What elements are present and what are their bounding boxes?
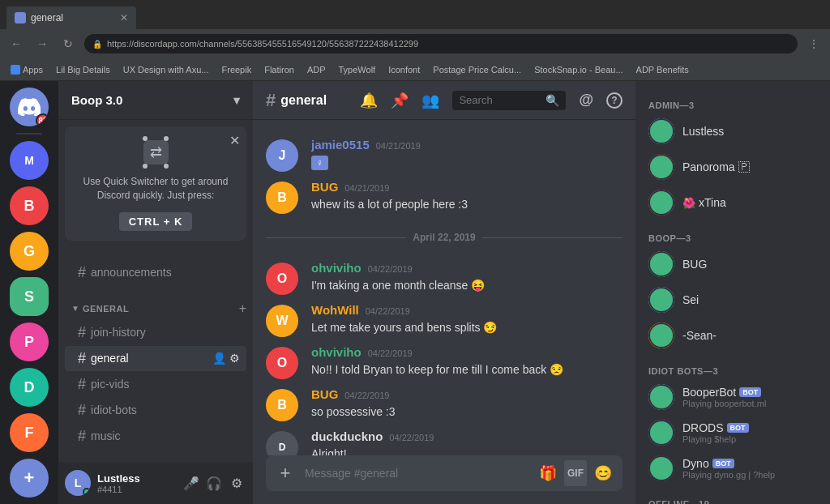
server-icon-3[interactable]: G bbox=[10, 232, 49, 271]
bookmark-adp-benefits[interactable]: ADP Benefits bbox=[632, 63, 693, 76]
add-file-button[interactable]: + bbox=[272, 460, 298, 486]
message-avatar: O bbox=[266, 263, 298, 295]
channel-item-join-history[interactable]: # join-history bbox=[65, 320, 246, 345]
bookmark-ux[interactable]: UX Design with Axu... bbox=[119, 63, 213, 76]
reload-button[interactable]: ↻ bbox=[58, 34, 78, 53]
mute-button[interactable]: 🎤 bbox=[182, 473, 201, 493]
server-header[interactable]: Boop 3.0 ▾ bbox=[58, 81, 253, 120]
server-icon-4[interactable]: S bbox=[10, 277, 49, 316]
section-collapse-icon: ▼ bbox=[71, 304, 79, 313]
message-content: duckduckno 04/22/2019 Alright! bbox=[311, 429, 622, 455]
pin-icon[interactable]: 📌 bbox=[391, 92, 409, 109]
channel-item-general[interactable]: # general 👤 ⚙ bbox=[65, 346, 246, 371]
add-member-icon[interactable]: 👤 bbox=[212, 352, 226, 365]
gift-icon[interactable]: 🎁 bbox=[535, 460, 561, 486]
member-item-dyno[interactable]: D Dyno BOT Playing dyno.gg | ?help bbox=[642, 451, 824, 486]
bookmark-lbd[interactable]: Lil Big Details bbox=[52, 63, 114, 76]
server-icon-5[interactable]: P bbox=[10, 322, 49, 361]
bookmark-postage[interactable]: Postage Price Calcu... bbox=[429, 63, 525, 76]
message-author[interactable]: ohviviho bbox=[311, 345, 362, 359]
server-icon-8[interactable]: + bbox=[10, 459, 49, 498]
status-indicator bbox=[648, 455, 674, 481]
message-text: ♀ bbox=[311, 155, 622, 171]
message-author[interactable]: ohviviho bbox=[311, 261, 362, 275]
bookmark-flatiron[interactable]: Flatiron bbox=[260, 63, 298, 76]
message-group: O ohviviho 04/22/2019 No!! I told Bryan … bbox=[253, 342, 635, 382]
message-author[interactable]: WohWill bbox=[311, 303, 359, 317]
message-author[interactable]: jamie0515 bbox=[311, 138, 370, 152]
arrows-box: ⇄ bbox=[143, 140, 169, 164]
channel-item-pic-vids[interactable]: # pic-vids bbox=[65, 372, 246, 397]
message-author[interactable]: duckduckno bbox=[311, 429, 383, 443]
members-icon[interactable]: 👥 bbox=[421, 92, 439, 109]
server-icon-2[interactable]: B bbox=[10, 186, 49, 225]
section-name-label: GENERAL bbox=[83, 304, 239, 314]
gif-icon[interactable]: GIF bbox=[564, 460, 587, 486]
member-avatar: D bbox=[648, 455, 674, 481]
message-input[interactable] bbox=[305, 458, 528, 489]
message-header: ohviviho 04/22/2019 bbox=[311, 345, 622, 359]
back-button[interactable]: ← bbox=[6, 34, 26, 53]
bell-icon[interactable]: 🔔 bbox=[360, 92, 378, 109]
channel-item-music[interactable]: # music bbox=[65, 424, 246, 449]
bookmark-apps[interactable]: Apps bbox=[6, 63, 47, 76]
emoji-button[interactable]: 😊 bbox=[590, 460, 616, 486]
settings-icon[interactable]: ⚙ bbox=[229, 352, 240, 365]
quick-switcher-close-button[interactable]: ✕ bbox=[229, 133, 240, 148]
url-bar[interactable]: 🔒 https://discordapp.com/channels/556385… bbox=[84, 34, 798, 53]
member-item-sean[interactable]: S -Sean- bbox=[642, 318, 824, 353]
bookmark-label: ADP Benefits bbox=[636, 65, 689, 75]
message-input-box: + 🎁 GIF 😊 bbox=[266, 455, 622, 491]
channel-section-header-general[interactable]: ▼ GENERAL + bbox=[58, 298, 253, 319]
bookmark-stocksnap[interactable]: StockSnap.io - Beau... bbox=[530, 63, 627, 76]
message-timestamp: 04/22/2019 bbox=[389, 433, 434, 442]
active-tab[interactable]: general ✕ bbox=[6, 6, 136, 29]
search-bar[interactable]: 🔍 bbox=[452, 91, 566, 110]
member-item-sei[interactable]: S Sei bbox=[642, 282, 824, 318]
chat-hash-icon: # bbox=[266, 90, 276, 111]
channel-add-button[interactable]: + bbox=[239, 301, 246, 316]
bookmark-label: Postage Price Calcu... bbox=[433, 65, 521, 75]
bookmark-adp[interactable]: ADP bbox=[303, 63, 330, 76]
channel-hash-icon: # bbox=[78, 264, 86, 281]
settings-button[interactable]: ⚙ bbox=[227, 473, 246, 493]
message-author[interactable]: BUG bbox=[311, 387, 338, 401]
member-item-booperbot[interactable]: B BooperBot BOT Playing booperbot.ml bbox=[642, 379, 824, 415]
member-item-xtina[interactable]: x 🌺 xTina bbox=[642, 185, 824, 220]
deafen-button[interactable]: 🎧 bbox=[204, 473, 224, 493]
user-controls: 🎤 🎧 ⚙ bbox=[182, 473, 246, 493]
member-item-bug[interactable]: B BUG bbox=[642, 246, 824, 282]
message-text: whew its a lot of people here :3 bbox=[311, 197, 622, 213]
message-avatar: B bbox=[266, 182, 298, 214]
bookmark-label: Lil Big Details bbox=[56, 65, 110, 75]
channel-item-idiot-bots[interactable]: # idiot-bots bbox=[65, 398, 246, 423]
bookmarks-bar: Apps Lil Big Details UX Design with Axu.… bbox=[0, 58, 830, 81]
message-author[interactable]: BUG bbox=[311, 180, 338, 194]
message-text: Let me take yours and bens splits 😏 bbox=[311, 320, 622, 336]
bookmark-freepik[interactable]: Freepik bbox=[218, 63, 256, 76]
member-avatar: L bbox=[648, 118, 674, 144]
tab-favicon bbox=[15, 12, 26, 23]
message-content: WohWill 04/22/2019 Let me take yours and… bbox=[311, 303, 622, 337]
at-icon[interactable]: @ bbox=[579, 92, 593, 109]
member-item-drods[interactable]: D DRODS BOT Playing $help bbox=[642, 415, 824, 451]
server-icon-1[interactable]: M bbox=[10, 141, 49, 180]
member-item-lustless[interactable]: L Lustless bbox=[642, 113, 824, 149]
extensions-button[interactable]: ⋮ bbox=[804, 34, 824, 53]
member-item-panoroma[interactable]: P Panoroma 🇵 bbox=[642, 149, 824, 185]
member-avatar: S bbox=[648, 322, 674, 348]
dot-icon bbox=[164, 164, 169, 169]
bookmark-typewolf[interactable]: TypeWolf bbox=[335, 63, 380, 76]
server-icon-7[interactable]: F bbox=[10, 413, 49, 452]
message-content: BUG 04/22/2019 so possessive :3 bbox=[311, 387, 622, 421]
tab-close-button[interactable]: ✕ bbox=[120, 12, 128, 23]
server-icon-home[interactable]: 87 bbox=[10, 88, 49, 126]
bookmark-iconfont[interactable]: Iconfont bbox=[384, 63, 424, 76]
user-info: Lustless #4411 bbox=[97, 472, 175, 494]
member-section-header-boop: BOOP—3 bbox=[642, 227, 824, 246]
help-icon[interactable]: ? bbox=[606, 92, 622, 109]
forward-button[interactable]: → bbox=[32, 34, 52, 53]
server-icon-6[interactable]: D bbox=[10, 368, 49, 407]
search-input[interactable] bbox=[459, 94, 541, 106]
channel-item-announcements[interactable]: # announcements bbox=[65, 260, 246, 285]
